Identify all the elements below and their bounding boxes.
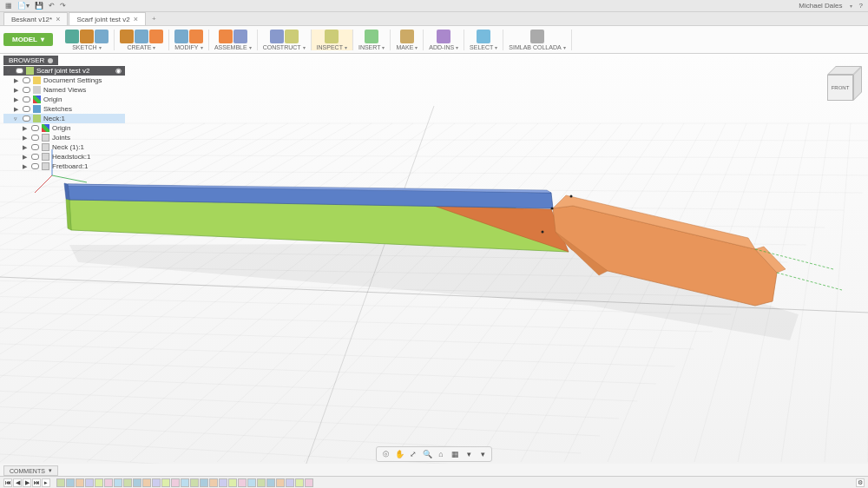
toolbar-group-assemble[interactable]: ASSEMBLE — [209, 30, 258, 50]
redo-icon[interactable]: ↷ — [60, 2, 66, 10]
timeline-feature[interactable] — [200, 478, 208, 487]
nav-button[interactable]: ▾ — [477, 448, 489, 460]
visibility-toggle-icon[interactable] — [31, 125, 39, 131]
toolbar-group-simlab-collada[interactable]: SIMLAB COLLADA — [503, 30, 571, 50]
expand-icon[interactable]: ▶ — [14, 87, 20, 94]
timeline-feature[interactable] — [133, 478, 141, 487]
browser-node[interactable]: ▶Origin — [3, 123, 125, 133]
visibility-toggle-icon[interactable] — [31, 154, 39, 160]
timeline-feature[interactable] — [181, 478, 189, 487]
timeline-play-button[interactable]: ▸ — [42, 478, 50, 487]
caret-down-icon[interactable] — [495, 44, 497, 50]
timeline-feature[interactable] — [142, 478, 151, 487]
panel-option-icon[interactable] — [48, 58, 53, 63]
visibility-toggle-icon[interactable] — [31, 144, 39, 150]
document-tab[interactable]: Beskant v12* × — [3, 12, 68, 25]
toolbar-group-add-ins[interactable]: ADD-INS — [424, 30, 464, 50]
timeline-feature[interactable] — [104, 478, 113, 487]
timeline-feature[interactable] — [257, 478, 266, 487]
visibility-toggle-icon[interactable] — [23, 96, 30, 102]
undo-icon[interactable]: ↶ — [49, 2, 55, 10]
tab-close-icon[interactable]: × — [134, 15, 138, 23]
tool-icon[interactable] — [233, 30, 247, 43]
toolbar-group-create[interactable]: CREATE — [115, 30, 169, 50]
help-icon[interactable]: ? — [859, 2, 863, 10]
app-menu-icon[interactable]: ▦ — [5, 2, 12, 10]
timeline-feature[interactable] — [114, 478, 122, 487]
expand-icon[interactable]: ▶ — [23, 154, 29, 161]
timeline-feature[interactable] — [266, 478, 275, 487]
nav-button[interactable]: ▦ — [449, 448, 461, 460]
tool-icon[interactable] — [325, 30, 339, 43]
visibility-toggle-icon[interactable] — [23, 77, 30, 83]
toolbar-group-modify[interactable]: MODIFY — [169, 30, 209, 50]
timeline-feature[interactable] — [85, 478, 94, 487]
tool-icon[interactable] — [477, 30, 490, 43]
toolbar-group-insert[interactable]: INSERT — [353, 30, 391, 50]
tool-icon[interactable] — [400, 30, 414, 43]
timeline-feature[interactable] — [209, 478, 218, 487]
timeline-feature[interactable] — [295, 478, 304, 487]
tool-icon[interactable] — [189, 30, 203, 43]
timeline-feature[interactable] — [95, 478, 103, 487]
browser-node[interactable]: ▶Fretboard:1 — [3, 162, 125, 171]
timeline-feature[interactable] — [228, 478, 237, 487]
caret-down-icon[interactable] — [563, 44, 566, 50]
browser-node[interactable]: ▿Neck:1 — [3, 114, 125, 123]
tab-close-icon[interactable]: × — [56, 15, 60, 23]
timeline-feature[interactable] — [152, 478, 161, 487]
visibility-toggle-icon[interactable] — [23, 106, 30, 112]
view-cube-front[interactable]: FRONT — [827, 75, 853, 101]
timeline-feature[interactable] — [276, 478, 285, 487]
workspace-switcher[interactable]: MODEL ▾ — [3, 33, 53, 46]
toolbar-group-construct[interactable]: CONSTRUCT — [258, 30, 312, 50]
caret-down-icon[interactable] — [99, 44, 102, 50]
tool-icon[interactable] — [80, 30, 94, 43]
tool-icon[interactable] — [219, 30, 233, 43]
view-cube[interactable]: FRONT — [823, 68, 858, 102]
timeline-play-button[interactable]: ⏮ — [3, 478, 12, 487]
viewport-canvas[interactable]: FRONT — [0, 54, 868, 464]
tool-icon[interactable] — [285, 30, 299, 43]
tool-icon[interactable] — [120, 30, 134, 43]
expand-icon[interactable]: ▿ — [14, 115, 20, 122]
expand-icon[interactable]: ▶ — [23, 125, 29, 132]
tool-icon[interactable] — [437, 30, 450, 43]
timeline-play-button[interactable]: ◀ — [13, 478, 22, 487]
browser-node[interactable]: ▶Named Views — [3, 85, 125, 95]
document-tab[interactable]: Scarf joint test v2 × — [69, 12, 146, 25]
nav-button[interactable]: 🔍 — [421, 448, 433, 460]
expand-icon[interactable]: ▿ — [7, 68, 13, 75]
timeline-feature[interactable] — [66, 478, 75, 487]
toolbar-group-inspect[interactable]: INSPECT — [312, 30, 353, 50]
nav-button[interactable]: ⌂ — [435, 448, 447, 460]
caret-down-icon[interactable] — [382, 44, 385, 50]
radio-icon[interactable]: ◉ — [115, 67, 122, 75]
browser-node[interactable]: ▶Document Settings — [3, 76, 125, 85]
toolbar-group-sketch[interactable]: SKETCH — [60, 30, 115, 50]
browser-node[interactable]: ▶Origin — [3, 95, 125, 104]
user-menu-caret-icon[interactable] — [850, 2, 852, 10]
nav-button[interactable]: ⤢ — [407, 448, 419, 460]
expand-icon[interactable]: ▶ — [23, 135, 29, 142]
toolbar-group-select[interactable]: SELECT — [464, 30, 503, 50]
browser-node[interactable]: ▶Sketches — [3, 104, 125, 114]
visibility-toggle-icon[interactable] — [31, 163, 39, 169]
visibility-toggle-icon[interactable] — [16, 68, 23, 74]
tool-icon[interactable] — [95, 30, 108, 43]
timeline-feature[interactable] — [247, 478, 256, 487]
timeline-feature[interactable] — [56, 478, 65, 487]
tool-icon[interactable] — [135, 30, 148, 43]
toolbar-group-make[interactable]: MAKE — [391, 30, 424, 50]
timeline-feature[interactable] — [123, 478, 132, 487]
timeline-feature[interactable] — [219, 478, 227, 487]
file-menu-icon[interactable]: 📄▾ — [17, 2, 30, 10]
new-tab-button[interactable]: + — [147, 13, 161, 24]
user-name[interactable]: Michael Dales — [799, 2, 842, 10]
browser-node[interactable]: ▶Headstock:1 — [3, 152, 125, 162]
visibility-toggle-icon[interactable] — [23, 87, 30, 93]
timeline-feature[interactable] — [305, 478, 313, 487]
caret-down-icon[interactable] — [345, 44, 347, 50]
nav-button[interactable]: ▾ — [463, 448, 475, 460]
tool-icon[interactable] — [530, 30, 544, 43]
